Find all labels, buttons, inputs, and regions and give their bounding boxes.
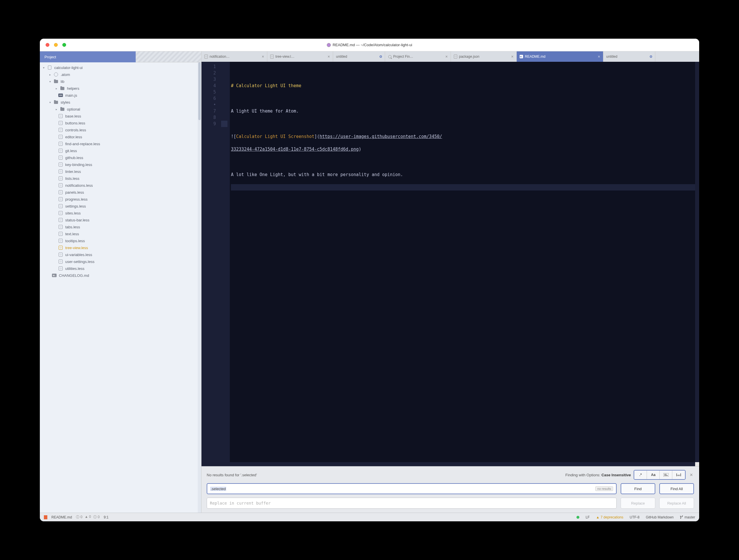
code-icon: ⎔ xyxy=(270,55,274,58)
tree-file[interactable]: ⎔base.less xyxy=(40,113,201,120)
sidebar-tab-gutter[interactable] xyxy=(136,51,201,62)
titlebar[interactable]: README.md — ~/Code/Atom/calculator-light… xyxy=(40,39,699,51)
svg-rect-2 xyxy=(664,475,668,476)
editor-vertical-scrollbar[interactable] xyxy=(695,62,699,466)
status-encoding[interactable]: UTF-8 xyxy=(630,515,639,519)
dirty-indicator-icon[interactable] xyxy=(380,55,382,58)
tree-folder-styles[interactable]: ▾ styles xyxy=(40,99,201,106)
tab-package-json[interactable]: ⎔ package.json × xyxy=(451,51,517,62)
fold-gutter[interactable] xyxy=(219,62,230,466)
tree-file[interactable]: ⎔key-binding.less xyxy=(40,161,201,168)
tree-file[interactable]: ⎔linter.less xyxy=(40,168,201,175)
tree-file-changelog[interactable]: M↓CHANGELOG.md xyxy=(40,272,201,279)
find-button[interactable]: Find xyxy=(621,483,655,494)
status-grammar[interactable]: GitHub Markdown xyxy=(646,515,674,519)
line-number-gutter[interactable]: 1 2 3 4 5 6 • 7 8 9 xyxy=(201,62,219,466)
tree-file[interactable]: ⎔text.less xyxy=(40,230,201,237)
chevron-right-icon[interactable]: ▸ xyxy=(55,87,58,90)
tab-untitled[interactable]: untitled xyxy=(333,51,385,62)
regex-toggle[interactable]: .* xyxy=(634,470,647,479)
tree-file[interactable]: ⎔settings.less xyxy=(40,202,201,209)
tree-file[interactable]: ⎔controls.less xyxy=(40,126,201,133)
tree-file[interactable]: ⎔status-bar.less xyxy=(40,217,201,224)
tree-file-modified[interactable]: ⎔tree-view.less xyxy=(40,244,201,251)
tree-item-label: github.less xyxy=(65,156,83,160)
status-indicator-icon[interactable] xyxy=(577,516,579,519)
case-sensitive-toggle[interactable]: Aa xyxy=(647,470,659,479)
tree-folder-atom[interactable]: ▸ .atom xyxy=(40,71,201,78)
status-filename[interactable]: README.md xyxy=(51,515,72,519)
chevron-right-icon[interactable]: ▸ xyxy=(48,73,51,76)
tree-file[interactable]: ⎔sites.less xyxy=(40,209,201,217)
tree-folder-lib[interactable]: ▾ lib xyxy=(40,78,201,85)
status-git-branch[interactable]: master xyxy=(680,515,695,519)
chevron-right-icon[interactable]: ▸ xyxy=(55,108,58,111)
tree-item-label: CHANGELOG.md xyxy=(59,273,89,278)
chevron-down-icon[interactable]: ▾ xyxy=(48,80,51,83)
tree-file[interactable]: ⎔buttons.less xyxy=(40,120,201,126)
tree-file[interactable]: ⎔utilities.less xyxy=(40,265,201,272)
find-input[interactable]: .selected no results xyxy=(207,483,617,494)
status-diagnostics[interactable]: ⓘ 0 ▲ 0 Ⓘ 0 xyxy=(76,515,100,520)
chevron-down-icon[interactable]: ▾ xyxy=(42,66,45,69)
scrollbar-corner xyxy=(695,462,699,466)
tree-item-label: controls.less xyxy=(65,128,86,132)
dirty-indicator-icon[interactable] xyxy=(650,55,652,58)
tree-scrollbar[interactable] xyxy=(198,62,201,513)
tree-folder-optional[interactable]: ▸ optional xyxy=(40,106,201,113)
close-icon[interactable]: × xyxy=(262,54,264,59)
replace-button[interactable]: Replace xyxy=(621,498,655,509)
tree-item-label: helpers xyxy=(67,86,80,91)
whole-word-toggle[interactable]: ab xyxy=(672,470,685,479)
tree-file[interactable]: ⎔notifications.less xyxy=(40,182,201,189)
text-editor[interactable]: 1 2 3 4 5 6 • 7 8 9 xyxy=(201,62,699,466)
status-line-ending[interactable]: LF xyxy=(586,515,590,519)
code-icon: ⎔ xyxy=(58,162,63,167)
tree-file[interactable]: ⎔user-settings.less xyxy=(40,258,201,265)
close-window-button[interactable] xyxy=(46,43,49,47)
tab-readme-active[interactable]: M↓ README.md × xyxy=(517,51,603,62)
find-input-field[interactable] xyxy=(226,486,411,491)
selection-only-toggle[interactable] xyxy=(659,470,672,479)
chevron-down-icon[interactable]: ▾ xyxy=(48,101,51,104)
tree-file[interactable]: ⎔lists.less xyxy=(40,175,201,182)
status-cursor-position[interactable]: 9:1 xyxy=(104,515,109,519)
tree-file-mainjs[interactable]: JSX main.js xyxy=(40,92,201,99)
code-icon: ⎔ xyxy=(58,197,63,201)
tree-file[interactable]: ⎔tooltips.less xyxy=(40,237,201,244)
tree-file[interactable]: ⎔editor.less xyxy=(40,133,201,140)
project-tab[interactable]: Project xyxy=(40,51,136,62)
sidebar-tabs: Project xyxy=(40,51,201,62)
minimize-window-button[interactable] xyxy=(54,43,58,47)
close-icon[interactable]: × xyxy=(328,54,330,59)
tab-notification[interactable]: ⎔ notification… × xyxy=(201,51,267,62)
tree-file[interactable]: ⎔git.less xyxy=(40,147,201,154)
tab-project-find[interactable]: Project Fin… × xyxy=(385,51,451,62)
tree-file[interactable]: ⎔find-and-replace.less xyxy=(40,140,201,147)
replace-input-field[interactable] xyxy=(210,501,613,506)
code-area[interactable]: # Calculator Light UI theme A light UI t… xyxy=(230,62,699,466)
tree-scrollbar-thumb[interactable] xyxy=(198,62,201,120)
close-icon[interactable]: × xyxy=(445,54,448,59)
editor-horizontal-scrollbar[interactable] xyxy=(230,462,699,466)
replace-all-button[interactable]: Replace All xyxy=(659,498,694,509)
file-tree[interactable]: ▾ calculator-light-ui ▸ .atom ▾ lib xyxy=(40,62,201,513)
code-icon: ⎔ xyxy=(58,121,63,125)
replace-input[interactable] xyxy=(207,498,617,509)
tab-treeview[interactable]: ⎔ tree-view.l… × xyxy=(267,51,333,62)
close-icon[interactable]: × xyxy=(598,54,600,59)
tree-folder-helpers[interactable]: ▸ helpers xyxy=(40,85,201,92)
tab-untitled-2[interactable]: untitled xyxy=(603,51,655,62)
close-icon[interactable]: × xyxy=(511,54,513,59)
tree-file[interactable]: ⎔tabs.less xyxy=(40,224,201,230)
tree-file[interactable]: ⎔github.less xyxy=(40,154,201,161)
search-icon xyxy=(388,55,392,58)
tree-file[interactable]: ⎔progress.less xyxy=(40,196,201,202)
close-find-panel-button[interactable]: × xyxy=(689,472,694,478)
zoom-window-button[interactable] xyxy=(62,43,66,47)
tree-file[interactable]: ⎔panels.less xyxy=(40,189,201,196)
status-deprecations[interactable]: ▲7 deprecations xyxy=(596,515,623,519)
tree-file[interactable]: ⎔ui-variables.less xyxy=(40,251,201,258)
tree-root[interactable]: ▾ calculator-light-ui xyxy=(40,64,201,71)
find-all-button[interactable]: Find All xyxy=(659,483,694,494)
